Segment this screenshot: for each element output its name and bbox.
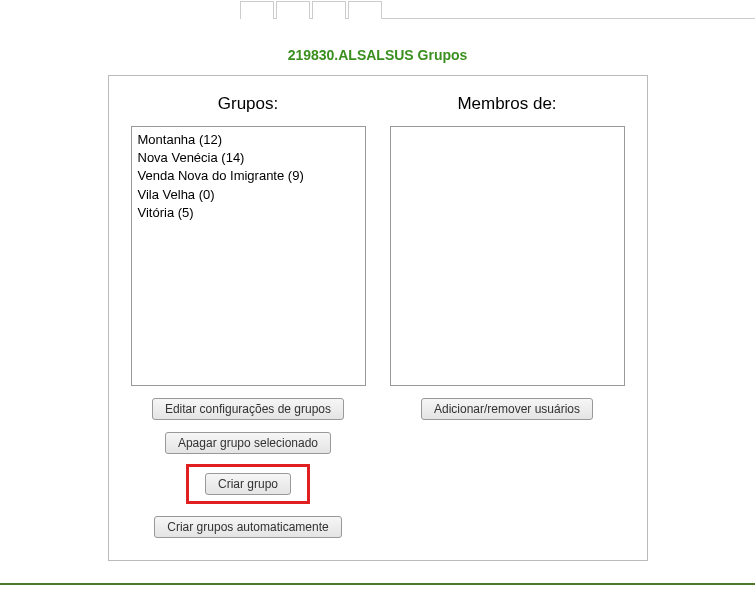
groups-column: Grupos: Montanha (12) Nova Venécia (14) … [131,94,366,538]
edit-groups-config-button[interactable]: Editar configurações de grupos [152,398,344,420]
list-item[interactable]: Nova Venécia (14) [138,149,359,167]
list-item[interactable]: Venda Nova do Imigrante (9) [138,167,359,185]
groups-column-title: Grupos: [218,94,278,114]
list-item[interactable]: Montanha (12) [138,131,359,149]
create-group-button[interactable]: Criar grupo [205,473,291,495]
add-remove-users-button[interactable]: Adicionar/remover usuários [421,398,593,420]
members-column: Membros de: Adicionar/remover usuários [390,94,625,538]
tab-item[interactable] [240,1,274,19]
members-listbox[interactable] [390,126,625,386]
members-column-title: Membros de: [457,94,556,114]
list-item[interactable]: Vila Velha (0) [138,186,359,204]
create-groups-automatically-button[interactable]: Criar grupos automaticamente [154,516,341,538]
tab-item[interactable] [276,1,310,19]
bottom-rule [0,583,755,585]
page-title: 219830.ALSALSUS Grupos [0,47,755,63]
highlight-box: Criar grupo [186,464,310,504]
list-item[interactable]: Vitória (5) [138,204,359,222]
main-panel: Grupos: Montanha (12) Nova Venécia (14) … [108,75,648,561]
tab-item[interactable] [312,1,346,19]
top-tabs [240,0,755,19]
delete-selected-group-button[interactable]: Apagar grupo selecionado [165,432,331,454]
groups-listbox[interactable]: Montanha (12) Nova Venécia (14) Venda No… [131,126,366,386]
tab-item[interactable] [348,1,382,19]
